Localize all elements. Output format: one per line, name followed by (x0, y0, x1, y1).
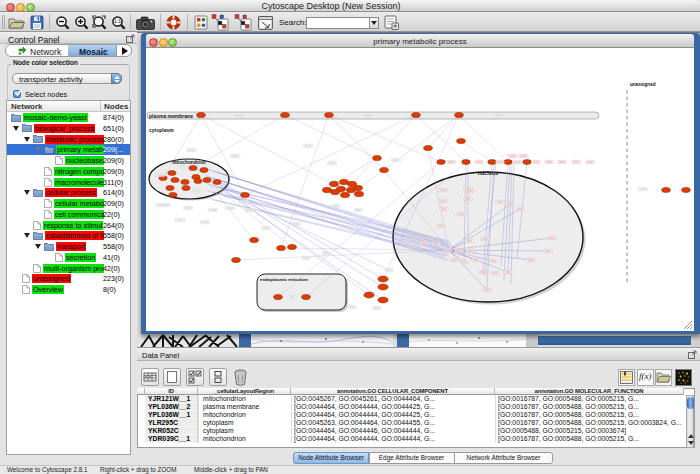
svg-text:unassigned: unassigned (630, 82, 656, 87)
svg-text:endoplasmic reticulum: endoplasmic reticulum (260, 277, 308, 282)
svg-text:plasma membrane: plasma membrane (149, 113, 193, 119)
svg-text:1:1: 1:1 (114, 18, 121, 24)
svg-text:cytoplasm: cytoplasm (149, 127, 174, 133)
svg-text:mitochondrion: mitochondrion (172, 160, 206, 165)
